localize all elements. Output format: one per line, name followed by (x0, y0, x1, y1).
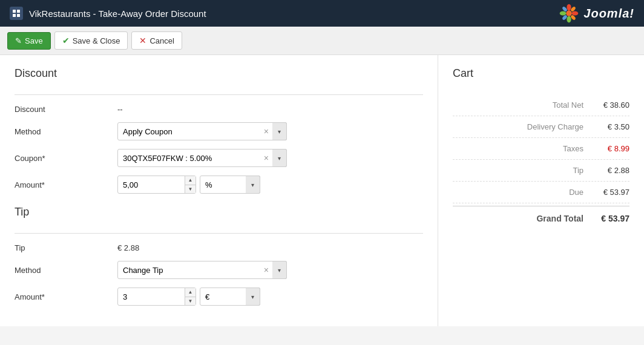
cart-value-total-net: € 38.60 (593, 100, 629, 110)
tip-amount-label: Amount* (15, 292, 117, 301)
tip-unit-arrow[interactable]: ▾ (246, 288, 260, 306)
discount-section: Discount Discount -- Method Apply Coupon… (15, 67, 423, 194)
joomla-text: Joomla! (583, 7, 634, 21)
discount-title: Discount (15, 67, 423, 85)
discount-unit-arrow[interactable]: ▾ (246, 176, 260, 194)
tip-row: Tip € 2.88 (15, 243, 423, 252)
svg-point-8 (560, 11, 567, 15)
tip-amount-spinners: ▲ ▼ (185, 288, 196, 305)
cart-label-grand-total: Grand Total (536, 214, 583, 223)
cart-row-due: Due € 53.97 (453, 182, 629, 203)
svg-point-7 (567, 16, 571, 23)
tip-method-select-wrapper: Change Tip × ▾ (117, 261, 287, 279)
cart-label-due: Due (569, 188, 583, 197)
cart-label-total-net: Total Net (553, 100, 583, 110)
cart-value-due: € 53.97 (593, 188, 629, 197)
save-button[interactable]: ✎ Save (7, 32, 51, 50)
coupon-select-wrapper: 30QTX5F07FKW : 5.00% × ▾ (117, 149, 287, 167)
svg-point-6 (572, 11, 579, 15)
discount-amount-spinners: ▲ ▼ (185, 176, 196, 193)
tip-divider (15, 233, 423, 234)
coupon-arrow[interactable]: ▾ (272, 149, 287, 167)
cart-row-taxes: Taxes € 8.99 (453, 138, 629, 160)
tip-amount-group: ▲ ▼ € ▾ (117, 288, 260, 306)
svg-rect-0 (13, 10, 16, 13)
discount-method-arrow[interactable]: ▾ (272, 122, 287, 140)
discount-method-label: Method (15, 127, 117, 136)
joomla-logo: Joomla! (558, 2, 634, 24)
discount-amount-row: Amount* ▲ ▼ % ▾ (15, 176, 423, 194)
toolbar: ✎ Save ✔ Save & Close ✕ Cancel (0, 27, 644, 55)
cart-row-tip: Tip € 2.88 (453, 160, 629, 182)
svg-point-13 (567, 11, 572, 16)
coupon-clear[interactable]: × (261, 153, 271, 163)
cancel-button[interactable]: ✕ Cancel (131, 31, 182, 50)
svg-point-5 (567, 4, 571, 11)
app-icon (10, 7, 23, 20)
cart-value-grand-total: € 53.97 (593, 214, 629, 223)
tip-amount-input-wrapper: ▲ ▼ (117, 288, 196, 306)
save-close-label: Save & Close (73, 36, 120, 45)
tip-method-label: Method (15, 266, 117, 275)
tip-amount-row: Amount* ▲ ▼ € ▾ (15, 288, 423, 306)
tip-amount-up[interactable]: ▲ (185, 288, 196, 297)
cart-value-taxes: € 8.99 (593, 144, 629, 153)
discount-value: -- (117, 105, 123, 114)
main-content: Discount Discount -- Method Apply Coupon… (0, 55, 644, 326)
coupon-row: Coupon* 30QTX5F07FKW : 5.00% × ▾ (15, 149, 423, 167)
svg-rect-2 (13, 14, 16, 17)
save-icon: ✎ (15, 36, 22, 45)
discount-amount-down[interactable]: ▼ (185, 185, 196, 194)
discount-amount-up[interactable]: ▲ (185, 176, 196, 185)
discount-method-clear[interactable]: × (261, 126, 271, 136)
save-close-button[interactable]: ✔ Save & Close (54, 31, 128, 50)
left-panel: Discount Discount -- Method Apply Coupon… (0, 55, 438, 326)
discount-divider (15, 94, 423, 95)
cart-label-delivery: Delivery Charge (527, 122, 583, 131)
header-left: VikRestaurants - Take-Away Order Discoun… (10, 7, 206, 20)
tip-method-row: Method Change Tip × ▾ (15, 261, 423, 279)
right-panel: Cart Total Net € 38.60 Delivery Charge €… (438, 55, 644, 326)
cart-row-grand-total: Grand Total € 53.97 (453, 206, 629, 229)
tip-amount-down[interactable]: ▼ (185, 297, 196, 306)
discount-amount-group: ▲ ▼ % ▾ (117, 176, 260, 194)
page-title: VikRestaurants - Take-Away Order Discoun… (29, 8, 206, 19)
cart-title: Cart (453, 67, 629, 85)
tip-value: € 2.88 (117, 243, 139, 252)
header: VikRestaurants - Take-Away Order Discoun… (0, 0, 644, 27)
cart-label-tip: Tip (573, 166, 583, 175)
discount-row: Discount -- (15, 105, 423, 114)
cart-value-tip: € 2.88 (593, 166, 629, 175)
cancel-icon: ✕ (139, 36, 146, 45)
svg-rect-1 (17, 10, 20, 13)
svg-rect-3 (17, 14, 20, 17)
discount-method-select-wrapper: Apply Coupon × ▾ (117, 122, 287, 140)
cancel-label: Cancel (150, 36, 174, 45)
coupon-label: Coupon* (15, 154, 117, 163)
discount-unit-select-wrapper: % ▾ (200, 176, 260, 194)
cart-rows: Total Net € 38.60 Delivery Charge € 3.50… (453, 94, 629, 229)
cart-row-delivery: Delivery Charge € 3.50 (453, 116, 629, 138)
discount-label: Discount (15, 105, 117, 114)
cart-row-total-net: Total Net € 38.60 (453, 94, 629, 116)
tip-title: Tip (15, 206, 423, 223)
save-label: Save (25, 36, 43, 45)
discount-method-row: Method Apply Coupon × ▾ (15, 122, 423, 140)
discount-amount-input-wrapper: ▲ ▼ (117, 176, 196, 194)
check-icon: ✔ (62, 36, 70, 45)
tip-section: Tip Tip € 2.88 Method Change Tip × ▾ (15, 206, 423, 306)
tip-label: Tip (15, 243, 117, 252)
tip-method-clear[interactable]: × (261, 265, 271, 275)
tip-unit-select-wrapper: € ▾ (200, 288, 260, 306)
cart-value-delivery: € 3.50 (593, 122, 629, 131)
cart-label-taxes: Taxes (563, 144, 583, 153)
tip-method-arrow[interactable]: ▾ (272, 261, 287, 279)
discount-amount-label: Amount* (15, 180, 117, 189)
